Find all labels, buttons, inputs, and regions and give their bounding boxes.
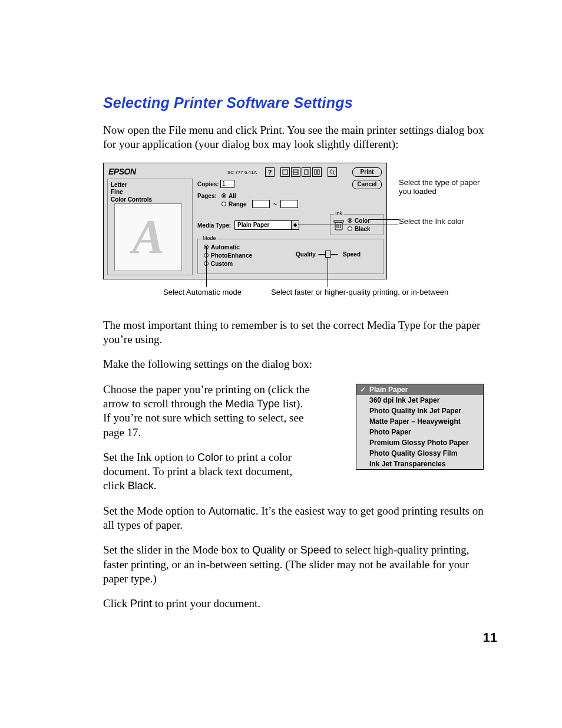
term-print: Print	[130, 598, 152, 610]
copies-input[interactable]: 1	[220, 180, 234, 188]
toolbar-icon-1[interactable]	[280, 167, 290, 177]
paragraph-after-1: The most important thing to remember is …	[103, 318, 492, 347]
toolbar-icon-3[interactable]	[302, 167, 311, 177]
pages-range-radio[interactable]	[222, 202, 226, 206]
step-4: Set the slider in the Mode box to Qualit…	[103, 543, 492, 586]
svg-rect-0	[283, 170, 287, 174]
media-option-transparencies[interactable]: Ink Jet Transparencies	[356, 459, 483, 469]
media-option-photo-quality-inkjet[interactable]: Photo Quality Ink Jet Paper	[356, 406, 483, 416]
range-from-input[interactable]	[252, 200, 270, 208]
version-label: SC 777 6.41A	[227, 170, 257, 175]
summary-line-2: Fine	[111, 189, 189, 196]
term-black: Black	[128, 480, 154, 492]
page-preview: A	[114, 203, 182, 271]
speed-label: Speed	[343, 251, 361, 258]
step-2: Set the Ink option to Color to print a c…	[103, 450, 312, 493]
annotation-paper: Select the type of paper you loaded	[399, 178, 481, 196]
mode-auto-label: Automatic	[211, 244, 240, 251]
toolbar-icon-4[interactable]	[312, 167, 322, 177]
step-5: Click Print to print your document.	[103, 597, 492, 611]
ink-black-label: Black	[355, 226, 371, 232]
mode-photo-label: PhotoEnhance	[211, 252, 252, 259]
mode-slider-knob[interactable]	[325, 251, 331, 258]
media-option-photo-paper[interactable]: Photo Paper	[356, 427, 483, 437]
pages-label: Pages:	[197, 193, 217, 199]
callout-line-auto	[206, 248, 207, 287]
mode-legend: Mode	[201, 235, 217, 241]
ink-icon	[333, 219, 344, 232]
ink-legend: Ink	[334, 210, 343, 216]
select-arrows-icon: ◆	[291, 221, 299, 229]
media-option-360dpi[interactable]: 360 dpi Ink Jet Paper	[356, 395, 483, 406]
annotation-slider: Select faster or higher-quality printing…	[271, 288, 448, 297]
term-speed: Speed	[300, 544, 331, 556]
pages-all-label: All	[229, 193, 236, 199]
media-option-glossy-film[interactable]: Photo Quality Glossy Film	[356, 448, 483, 459]
annotation-ink: Select the Ink color	[399, 217, 470, 226]
callout-line-slider	[328, 258, 328, 287]
term-media-type: Media Type	[225, 398, 280, 410]
media-option-premium-glossy[interactable]: Premium Glossy Photo Paper	[356, 437, 483, 448]
svg-rect-9	[334, 220, 343, 222]
page-number: 11	[483, 630, 497, 645]
term-automatic: Automatic	[209, 505, 256, 517]
dialog-figure: EPSON SC 777 6.41A ? Print Cancel Letter…	[103, 163, 492, 304]
range-tilde: ~	[273, 201, 277, 207]
ink-color-label: Color	[355, 218, 370, 224]
pages-range-label: Range	[229, 201, 247, 207]
media-type-value: Plain Paper	[237, 222, 269, 228]
cancel-button[interactable]: Cancel	[352, 180, 382, 189]
print-dialog: EPSON SC 777 6.41A ? Print Cancel Letter…	[103, 163, 387, 279]
brand-logo: EPSON	[108, 167, 136, 176]
media-type-list[interactable]: Plain Paper 360 dpi Ink Jet Paper Photo …	[356, 384, 484, 470]
ink-color-radio[interactable]	[348, 218, 352, 223]
toolbar-icon-2[interactable]	[291, 167, 300, 177]
print-button[interactable]: Print	[352, 167, 382, 177]
svg-rect-3	[305, 170, 308, 174]
summary-line-1: Letter	[111, 182, 189, 189]
media-type-select[interactable]: Plain Paper ◆	[234, 220, 299, 230]
term-color: Color	[197, 452, 223, 463]
help-button[interactable]: ?	[265, 167, 275, 177]
step-1: Choose the paper you’re printing on (cli…	[103, 383, 312, 440]
media-option-matte-heavyweight[interactable]: Matte Paper – Heavyweight	[356, 416, 483, 427]
intro-paragraph: Now open the File menu and click Print. …	[103, 123, 492, 152]
mode-custom-label: Custom	[211, 261, 233, 267]
svg-rect-4	[315, 170, 316, 174]
range-to-input[interactable]	[280, 200, 298, 208]
svg-line-7	[333, 173, 335, 174]
quality-label: Quality	[296, 251, 316, 258]
pages-all-radio[interactable]	[222, 193, 226, 198]
copies-label: Copies:	[197, 181, 219, 187]
callout-line-ink	[369, 219, 399, 220]
callout-line-media	[298, 225, 398, 225]
annotation-auto: Select Automatic mode	[163, 288, 242, 297]
svg-rect-5	[318, 170, 319, 174]
media-option-plain-paper[interactable]: Plain Paper	[356, 384, 483, 395]
paragraph-after-2: Make the following settings on the dialo…	[103, 357, 492, 371]
term-quality: Quality	[252, 544, 285, 556]
step-3: Set the Mode option to Automatic. It’s t…	[103, 504, 492, 533]
page-title: Selecting Printer Software Settings	[103, 94, 492, 111]
ink-black-radio[interactable]	[348, 226, 352, 231]
summary-line-3: Color Controls	[111, 196, 189, 204]
preview-icon[interactable]	[328, 167, 337, 177]
media-type-label: Media Type:	[197, 222, 231, 229]
